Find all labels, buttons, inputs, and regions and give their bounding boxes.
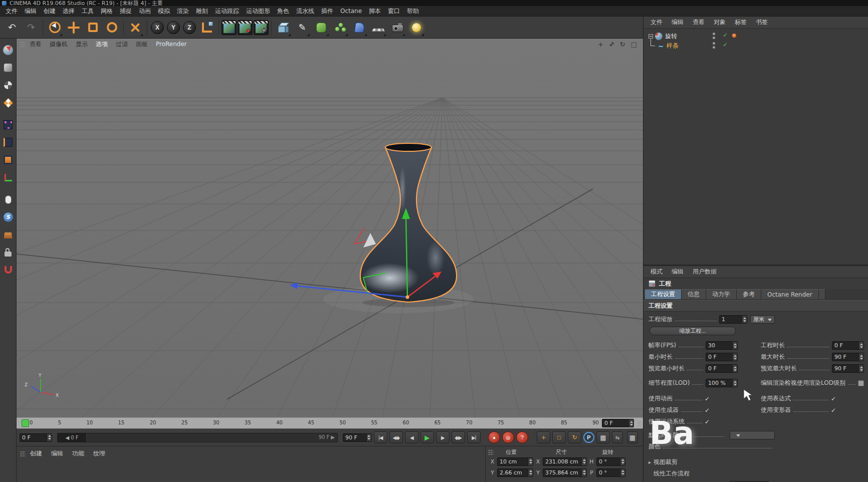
rotate-tool-button[interactable]: [103, 18, 121, 38]
object-manager-menu-item[interactable]: 编辑: [668, 18, 688, 27]
model-mode-button[interactable]: [1, 61, 15, 74]
object-row-spline[interactable]: ~ 样条: [657, 41, 679, 51]
workplane-mode-button[interactable]: [1, 96, 15, 109]
tab-dynamics[interactable]: 动力学: [706, 289, 737, 299]
keyframe-selection-button[interactable]: ?: [516, 431, 528, 443]
position-y-field[interactable]: 2.66 cm: [497, 468, 533, 477]
prev-frame-button[interactable]: ◀: [405, 431, 418, 443]
attribute-manager-menu-item[interactable]: 编辑: [668, 268, 688, 276]
pan-view-icon[interactable]: +: [598, 41, 603, 48]
menu-item[interactable]: 运动跟踪: [211, 7, 243, 16]
render-lod-checkbox[interactable]: [858, 380, 864, 386]
unit-dropdown[interactable]: 厘米: [750, 315, 775, 324]
object-manager-menu-item[interactable]: 查看: [689, 18, 709, 27]
viewport-menu-cameras[interactable]: 摄像机: [46, 40, 71, 49]
tab-reference[interactable]: 参考: [737, 289, 761, 299]
menu-item[interactable]: 编辑: [21, 7, 40, 16]
object-tree[interactable]: 旋转 ~ 样条 ✓ ✓: [643, 29, 868, 265]
position-x-field[interactable]: 10 cm: [497, 457, 533, 466]
menu-item[interactable]: 选择: [59, 7, 78, 16]
rotation-p-field[interactable]: 0 °: [596, 468, 625, 477]
frame-number-field[interactable]: 0 F: [602, 419, 634, 427]
enable-check-icon[interactable]: ✓: [723, 32, 728, 39]
menu-item[interactable]: 帮助: [403, 7, 422, 16]
record-keyframe-button[interactable]: ●: [488, 431, 500, 443]
snap-toggle-button[interactable]: S: [1, 210, 15, 223]
end-frame-field[interactable]: 90 F: [343, 433, 372, 442]
menu-item[interactable]: 动画: [135, 7, 154, 16]
menu-item[interactable]: 文件: [2, 7, 21, 16]
object-manager-menu-item[interactable]: 标签: [731, 18, 751, 27]
axis-mode-button[interactable]: [1, 171, 15, 184]
fps-field[interactable]: 30: [706, 341, 738, 350]
timeline-ruler[interactable]: 051015202530354045505560657075808590 0 F: [17, 417, 643, 429]
tab-octane-render[interactable]: Octane Render: [761, 289, 819, 299]
polygons-mode-button[interactable]: [1, 153, 15, 166]
menu-item[interactable]: 创建: [40, 7, 59, 16]
next-key-button[interactable]: ◆▶: [452, 431, 465, 443]
current-frame-field[interactable]: 0 F: [20, 433, 52, 442]
object-name[interactable]: 旋转: [665, 32, 677, 41]
tab-project-settings[interactable]: 工程设置: [645, 289, 682, 299]
last-tool-button[interactable]: [126, 18, 144, 38]
ruler-drag-handle[interactable]: [636, 420, 642, 426]
key-rotation-button[interactable]: ↻: [568, 431, 581, 443]
menu-item[interactable]: 脚本: [365, 7, 384, 16]
preview-max-field[interactable]: 90 F: [832, 364, 864, 373]
y-axis-lock-button[interactable]: Y: [167, 21, 180, 34]
goto-end-button[interactable]: ▶|: [467, 431, 481, 443]
drag-handle[interactable]: [20, 41, 25, 47]
render-view-button[interactable]: [222, 20, 237, 35]
menu-item[interactable]: 渲染: [173, 7, 192, 16]
deformer-button[interactable]: [350, 18, 368, 38]
rotation-h-field[interactable]: 0 °: [596, 457, 625, 466]
subdivision-surface-button[interactable]: [312, 18, 330, 38]
next-frame-button[interactable]: ▶: [436, 431, 450, 443]
viewport-canvas[interactable]: Y X Z: [17, 39, 643, 417]
material-menu-create[interactable]: 创建: [26, 449, 46, 458]
viewport-menu-filter[interactable]: 过滤: [112, 40, 131, 49]
menu-item[interactable]: 运动图形: [243, 7, 274, 16]
layout-grid-button[interactable]: ▦: [627, 431, 638, 443]
light-button[interactable]: [407, 18, 425, 38]
range-start-handle[interactable]: ◀ 0 F: [58, 433, 87, 442]
spline-pen-button[interactable]: ✎: [293, 18, 311, 38]
play-button[interactable]: ▶: [420, 431, 434, 443]
key-pla-button[interactable]: ▦: [596, 431, 610, 443]
menu-item[interactable]: 捕捉: [116, 7, 135, 16]
add-cube-button[interactable]: [274, 18, 292, 38]
menu-item[interactable]: 流水线: [293, 7, 318, 16]
size-y-field[interactable]: 375.864 cm: [543, 468, 587, 477]
menu-item[interactable]: 模拟: [154, 7, 173, 16]
paint-tool-button[interactable]: [1, 228, 15, 241]
menu-item[interactable]: 雕刻: [192, 7, 211, 16]
scale-project-button[interactable]: 缩放工程...: [649, 327, 736, 335]
viewport-menu-display[interactable]: 显示: [72, 40, 91, 49]
menu-item[interactable]: 工具: [78, 7, 97, 16]
attribute-manager-menu-item[interactable]: 模式: [646, 268, 667, 276]
lod-field[interactable]: 100 %: [706, 379, 738, 387]
max-time-field[interactable]: 90 F: [832, 353, 864, 361]
use-animation-check[interactable]: ✓: [705, 395, 710, 402]
current-frame-marker[interactable]: [22, 419, 29, 427]
material-menu-texture[interactable]: 纹理: [89, 449, 109, 458]
material-drag-handle[interactable]: [20, 450, 25, 456]
project-scale-field[interactable]: 1: [719, 315, 747, 324]
viewport-solo-button[interactable]: [1, 193, 15, 206]
scale-tool-button[interactable]: [84, 18, 102, 38]
live-selection-button[interactable]: [46, 18, 64, 38]
edges-mode-button[interactable]: [1, 136, 15, 149]
menu-item[interactable]: Octane: [337, 8, 365, 15]
orbit-view-icon[interactable]: ↻: [620, 41, 625, 48]
render-settings-button[interactable]: [254, 20, 269, 35]
x-axis-lock-button[interactable]: X: [151, 21, 164, 34]
lock-workplane-button[interactable]: [1, 246, 15, 259]
attribute-manager-menu-item[interactable]: 用户数据: [689, 268, 721, 276]
use-expressions-check[interactable]: ✓: [831, 395, 836, 402]
size-x-field[interactable]: 231.008 cm: [543, 457, 587, 466]
menu-item[interactable]: 角色: [274, 7, 293, 16]
key-scale-button[interactable]: □: [552, 431, 566, 443]
autokey-button[interactable]: ◎: [502, 431, 514, 443]
menu-item[interactable]: 网格: [97, 7, 116, 16]
min-time-field[interactable]: 0 F: [706, 353, 738, 361]
